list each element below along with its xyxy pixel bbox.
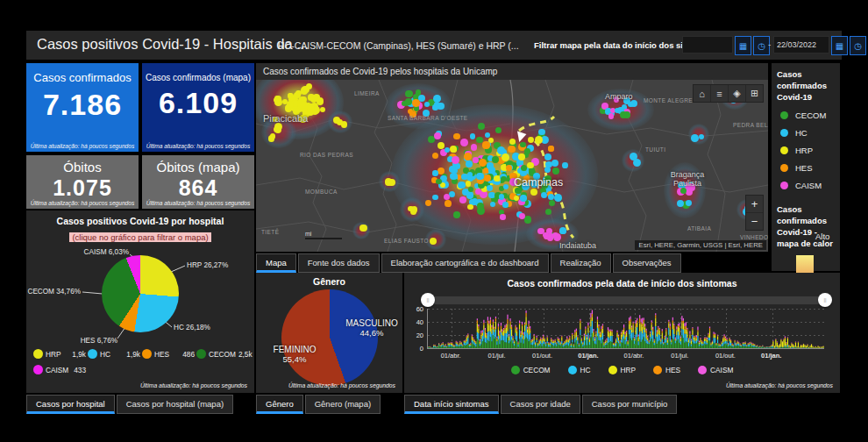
calendar-icon[interactable]: ▦ [735, 36, 751, 55]
apps-grid-icon[interactable]: ⊞ [745, 85, 763, 102]
map-legend-item-hes: HES [777, 163, 835, 173]
x-tick-label: 01/jan. [761, 352, 781, 360]
gender-label-masculino: MASCULINO 44,6% [340, 318, 403, 338]
legend-label: CECOM [523, 366, 551, 374]
map-legend-item-hrp: HRP [777, 146, 835, 155]
map-tab-mapa[interactable]: Mapa [256, 253, 296, 273]
heat-high-label: Alto [815, 232, 829, 241]
map-tab-realiza-o[interactable]: Realização [551, 253, 611, 273]
map-attribution: Esri, HERE, Garmin, USGS | Esri, HERE [635, 240, 766, 250]
hospital-tab-group: Casos por hospitalCasos por hospital (ma… [26, 395, 233, 414]
pie-legend-item-hc: HC1,9k [88, 349, 140, 359]
city-label-pedra-bela: PEDRA BELA [733, 122, 768, 128]
map-legend-item-cecom: CECOM [777, 110, 835, 120]
y-tick-label: 40 [416, 318, 423, 326]
city-label-indaiatuba: Indaiatuba [559, 241, 596, 250]
city-label-limeira: LIMEIRA [354, 90, 380, 96]
legend-label: HES [154, 350, 169, 359]
kpi-value: 7.186 [26, 88, 139, 122]
map-legend-item-caism: CAISM [777, 181, 835, 190]
calendar-icon[interactable]: ▦ [831, 36, 848, 55]
gender-panel: Gênero MASCULINO 44,6% FEMININO 55,4% Úl… [256, 273, 402, 393]
legend-dot-caism [698, 366, 707, 374]
clock-icon[interactable]: ◷ [850, 36, 866, 55]
city-label-campinas: Campinas [514, 176, 563, 189]
legend-label: HRP [621, 366, 637, 374]
legend-label: CAISM [710, 366, 733, 374]
tab-casos-por-idade[interactable]: Casos por idade [501, 395, 580, 414]
legend-label: HC [795, 128, 808, 138]
timeseries-plot[interactable] [427, 309, 824, 349]
pie-callout-hes: HES 6,76% [81, 337, 117, 345]
legend-label: CECOM [795, 110, 826, 120]
city-label-vinhedo: VINHEDO [740, 234, 768, 240]
x-axis-labels: 01/abr.01/jul.01/out.01/jan.01/abr.01/ju… [427, 352, 823, 362]
legend-dot-hc [568, 366, 577, 374]
tab-casos-por-munic-pio[interactable]: Casos por município [582, 395, 678, 414]
kpi-label: Casos confirmados (mapa) [142, 73, 254, 82]
map-tab-elabora-o-cartogr-fica-e-do-dashboard[interactable]: Elaboração cartográfica e do dashboard [381, 253, 549, 273]
pie-legend-item-hrp: HRP1,9k [33, 349, 86, 359]
x-tick-label: 01/out. [715, 352, 736, 360]
last-update-note: Última atualização: há poucos segundos [142, 143, 254, 149]
map-toolbar: ⌂ ≡ ◈ ⊞ [693, 84, 764, 103]
legend-dot-hes [780, 164, 788, 172]
zoom-out-button[interactable]: − [746, 212, 763, 230]
last-update-note: Última atualização: há poucos segundos [26, 143, 139, 149]
city-label-piracicaba: Piracicaba [263, 113, 308, 124]
tab-data-in-cio-sintomas[interactable]: Data início sintomas [404, 395, 499, 414]
x-tick-label: 01/jan. [578, 352, 598, 360]
tab-casos-por-hospital-mapa-[interactable]: Casos por hospital (mapa) [117, 395, 233, 414]
city-labels-layer: PiracicabaLIMEIRASANTA BARBARA D'OESTERI… [256, 80, 768, 252]
legend-dot-hes [653, 366, 662, 374]
map-tab-observa-es[interactable]: Observações [613, 253, 681, 273]
legend-list-icon[interactable]: ≡ [710, 85, 728, 102]
pie-callout-hrp: HRP 26,27% [187, 261, 228, 269]
zoom-in-button[interactable]: + [746, 196, 763, 212]
timeseries-panel: Casos confirmados pela data de início do… [404, 273, 840, 393]
city-label-tuiuti: TUIUTI [645, 146, 665, 153]
timeseries-legend-item-caism: CAISM [698, 366, 733, 374]
timeseries-title: Casos confirmados pela data de início do… [404, 278, 840, 289]
legend-label: HC [580, 366, 591, 374]
legend-dot-cecom [196, 349, 206, 359]
timeseries-legend-item-hc: HC [568, 366, 591, 374]
kpi-obitos: Óbitos 1.075 Última atualização: há pouc… [26, 155, 139, 209]
y-axis-labels: 0204060 [409, 309, 423, 348]
pie-callout-cecom: CECOM 34,76% [27, 288, 81, 296]
x-tick-label: 01/jul. [488, 352, 506, 360]
gender-title: Gênero [256, 276, 402, 287]
legend-dot-hc [780, 129, 788, 137]
tab-g-nero-mapa-[interactable]: Gênero (mapa) [305, 395, 381, 414]
legend-dot-caism [780, 182, 788, 189]
pie-legend-item-cecom: CECOM2,5k [196, 349, 249, 359]
city-label-atibaia: ATIBAIA [687, 225, 711, 232]
hospital-pie-chart[interactable] [102, 255, 179, 332]
date-to-input[interactable] [773, 36, 829, 53]
heat-legend-title: Casos confirmados Covid-19 - mapa de cal… [777, 204, 835, 249]
map-tab-fonte-dos-dados[interactable]: Fonte dos dados [298, 253, 380, 273]
city-label-amparo: Amparo [605, 92, 633, 101]
time-range-slider[interactable]: || || [425, 296, 828, 304]
tab-g-nero[interactable]: Gênero [256, 395, 303, 414]
map-canvas[interactable]: PiracicabaLIMEIRASANTA BARBARA D'OESTERI… [256, 80, 768, 252]
legend-label: CECOM [209, 350, 236, 359]
legend-count: 2,5k [238, 350, 253, 359]
legend-label: CAISM [795, 181, 822, 190]
basemap-icon[interactable]: ◈ [728, 85, 745, 102]
last-update-note: Última atualização: há poucos segundos [288, 382, 395, 389]
map-tabs: MapaFonte dos dadosElaboração cartográfi… [256, 253, 681, 273]
home-icon[interactable]: ⌂ [694, 85, 710, 102]
legend-label: HRP [46, 350, 61, 359]
gender-tab-group: GêneroGênero (mapa) [256, 395, 381, 414]
last-update-note: Última atualização: há poucos segundos [142, 200, 254, 206]
city-label-santa-barbara-d-oeste: SANTA BARBARA D'OESTE [388, 115, 468, 121]
tab-casos-por-hospital[interactable]: Casos por hospital [26, 395, 115, 414]
date-from-input[interactable] [682, 36, 733, 53]
gender-pie-chart[interactable] [281, 289, 378, 386]
date-range-separator: - [768, 39, 771, 49]
dashboard: Casos positivos Covid-19 - Hospitais da … [0, 0, 868, 442]
kpi-label: Casos confirmados [26, 71, 139, 84]
timeseries-legend: CECOMHCHRPHESCAISM [404, 366, 840, 374]
slider-handle-right[interactable]: || [818, 293, 832, 307]
